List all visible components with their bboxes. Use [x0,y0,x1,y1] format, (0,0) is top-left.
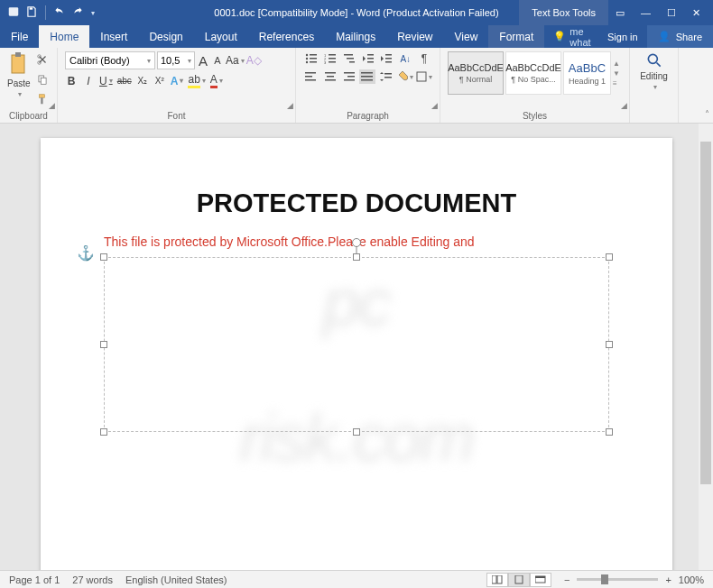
justify-icon[interactable] [359,69,375,84]
style-no-spacing[interactable]: AaBbCcDdE ¶ No Spac... [505,51,561,95]
multilevel-list-icon[interactable] [341,51,357,66]
styles-gallery[interactable]: AaBbCcDdE ¶ Normal AaBbCcDdE ¶ No Spac..… [448,51,622,95]
font-color-icon[interactable]: A▾ [210,73,223,88]
grow-font-button[interactable]: A [197,53,209,69]
tab-home[interactable]: Home [39,25,89,48]
word-count[interactable]: 27 words [72,574,113,585]
resize-handle[interactable] [606,253,613,261]
maximize-icon[interactable]: ☐ [667,7,676,19]
style-heading-1[interactable]: AaBbC Heading 1 [563,51,611,95]
clear-formatting-icon[interactable]: A◇ [246,54,262,67]
tab-format[interactable]: Format [488,25,544,48]
tab-mailings[interactable]: Mailings [325,25,386,48]
resize-handle[interactable] [100,341,107,348]
page-indicator[interactable]: Page 1 of 1 [9,574,60,585]
scrollbar-thumb[interactable] [700,142,711,484]
language-indicator[interactable]: English (United States) [125,574,227,585]
bold-button[interactable]: B [65,75,78,87]
tab-review[interactable]: Review [386,25,443,48]
clipboard-launcher-icon[interactable]: ◢ [49,101,55,110]
svg-rect-26 [367,58,374,60]
text-effects-icon[interactable]: A▾ [171,75,184,87]
line-spacing-icon[interactable] [378,69,394,84]
shading-icon[interactable]: ▾ [397,69,413,84]
shrink-font-button[interactable]: A [211,55,224,66]
text-box-selection[interactable] [104,257,609,432]
vertical-scrollbar[interactable] [699,124,713,570]
resize-handle[interactable] [353,428,360,436]
window-controls: ▭ — ☐ ✕ [616,7,713,19]
page[interactable]: pc risk.com PROTECTED DOCUMENT ⚓ This fi… [41,138,672,570]
minimize-icon[interactable]: — [641,7,651,18]
numbering-icon[interactable]: 123 [322,51,338,66]
read-mode-icon[interactable] [486,573,508,587]
cut-icon[interactable] [36,53,49,69]
svg-rect-43 [384,73,392,75]
print-layout-icon[interactable] [508,573,530,587]
resize-handle[interactable] [606,341,613,348]
paragraph-launcher-icon[interactable]: ◢ [431,101,438,110]
font-launcher-icon[interactable]: ◢ [287,101,293,110]
tab-layout[interactable]: Layout [194,25,248,48]
zoom-out-button[interactable]: − [564,574,569,585]
borders-icon[interactable]: ▾ [416,69,432,84]
superscript-button[interactable]: X² [153,76,166,86]
change-case-button[interactable]: Aa▾ [226,54,245,67]
styles-scroll-up-icon[interactable]: ▲ [613,60,622,68]
tab-design[interactable]: Design [138,25,193,48]
svg-rect-40 [361,72,373,74]
undo-icon[interactable] [53,5,66,20]
increase-indent-icon[interactable] [378,51,394,66]
zoom-slider[interactable] [577,578,658,581]
tab-view[interactable]: View [444,25,489,48]
styles-launcher-icon[interactable]: ◢ [621,101,627,110]
anchor-icon[interactable]: ⚓ [77,244,95,262]
rotate-handle[interactable] [352,238,361,247]
style-normal[interactable]: AaBbCcDdE ¶ Normal [448,51,504,95]
styles-scroll-down-icon[interactable]: ▼ [613,69,622,78]
highlight-color-icon[interactable]: ab▾ [188,73,205,88]
bullets-icon[interactable] [303,51,319,66]
resize-handle[interactable] [606,428,613,436]
svg-rect-24 [349,61,355,63]
resize-handle[interactable] [100,428,107,436]
document-heading: PROTECTED DOCUMENT [104,188,609,218]
redo-icon[interactable] [71,5,84,20]
resize-handle[interactable] [100,253,107,261]
sort-icon[interactable]: A↓ [397,51,413,66]
editing-label: Editing [640,71,668,81]
align-right-icon[interactable] [341,69,357,84]
zoom-in-button[interactable]: + [665,574,671,585]
format-painter-icon[interactable] [36,93,49,109]
zoom-level[interactable]: 100% [679,574,704,585]
italic-button[interactable]: I [82,75,95,87]
tab-references[interactable]: References [248,25,325,48]
svg-rect-34 [325,72,336,74]
collapse-ribbon-icon[interactable]: ˄ [705,109,709,119]
panel-editing: Editing ▾ [630,48,679,123]
align-left-icon[interactable] [303,69,319,84]
tab-file[interactable]: File [0,25,39,48]
sign-in-link[interactable]: Sign in [598,25,647,48]
tab-insert[interactable]: Insert [89,25,138,48]
ribbon-display-options-icon[interactable]: ▭ [616,7,625,19]
paste-button[interactable]: Paste ▾ [7,51,31,98]
copy-icon[interactable] [36,73,49,89]
save-icon[interactable] [25,5,38,20]
underline-button[interactable]: U▾ [99,75,113,87]
show-marks-icon[interactable]: ¶ [416,51,432,66]
font-size-combo[interactable]: 10,5▾ [157,51,195,69]
close-icon[interactable]: ✕ [692,7,700,19]
svg-rect-33 [305,79,316,81]
tell-me-search[interactable]: 💡 Tell me what you w [544,25,598,48]
subscript-button[interactable]: X₂ [136,76,149,86]
decrease-indent-icon[interactable] [360,51,376,66]
align-center-icon[interactable] [322,69,338,84]
font-name-combo[interactable]: Calibri (Body)▾ [65,51,155,69]
editing-button[interactable]: Editing ▾ [637,51,671,91]
strikethrough-button[interactable]: abc [117,76,132,86]
styles-more-icon[interactable]: ≡ [613,79,622,87]
resize-handle[interactable] [353,253,360,261]
web-layout-icon[interactable] [530,573,551,587]
share-button[interactable]: 👤 Share [647,25,713,48]
